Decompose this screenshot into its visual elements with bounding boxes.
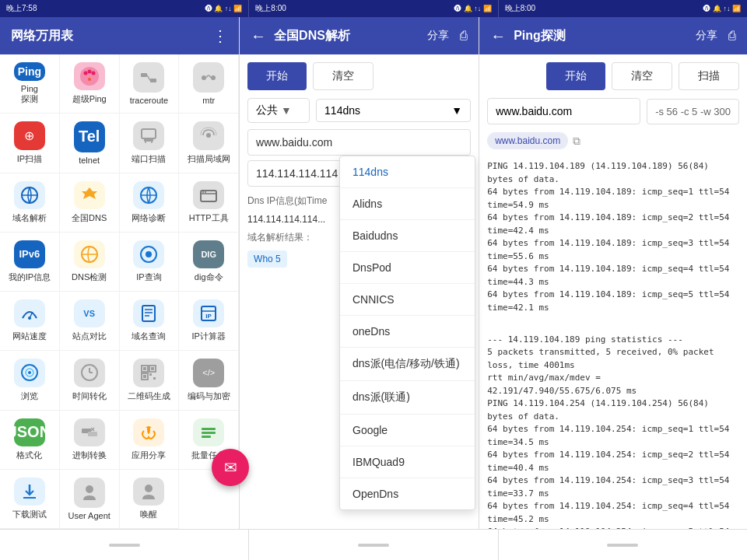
sidebar-item-json[interactable]: JSON 格式化 xyxy=(0,411,60,470)
sidebar-label-json: 格式化 xyxy=(16,450,42,461)
sidebar-item-encode[interactable]: </> 编码与加密 xyxy=(179,351,239,410)
dns-public-select[interactable]: 公共 ▼ xyxy=(247,98,310,123)
svg-point-21 xyxy=(202,191,204,193)
svg-rect-5 xyxy=(141,73,147,77)
sidebar-label-download: 下载测试 xyxy=(12,509,47,520)
sidebar-item-dnscheck[interactable]: DNS检测 xyxy=(60,233,120,292)
dropdown-item-onedns[interactable]: oneDns xyxy=(340,316,475,348)
middle-panel-title: 全国DNS解析 xyxy=(274,28,419,44)
sidebar-item-ipcalc[interactable]: IP IP计算器 xyxy=(179,292,239,351)
dropdown-item-dns-telecom[interactable]: dns派(电信/移动/铁通) xyxy=(340,348,475,381)
sidebar-label-dnscheck: DNS检测 xyxy=(72,271,107,283)
bottom-nav-1[interactable] xyxy=(0,530,249,560)
sidebar-item-domain[interactable]: 域名解析 xyxy=(0,173,60,233)
status-bar-2: 晚上8:00 🅐 🔔 ↑↓ 📶 xyxy=(249,0,498,17)
sidebar-item-appshare[interactable]: 应用分享 xyxy=(120,411,180,470)
sidebar-item-portscan[interactable]: 端口扫描 xyxy=(120,114,180,173)
sidebar-item-iplookup[interactable]: IP查询 xyxy=(120,233,180,292)
right-back-button[interactable]: ← xyxy=(490,27,506,45)
dropdown-item-cnnics[interactable]: CNNICS xyxy=(340,284,475,316)
sidebar-item-useragent[interactable]: User Agent xyxy=(60,470,120,529)
dropdown-item-alidns[interactable]: Alidns xyxy=(340,188,475,220)
right-url-display: www.baidu.com ⧉ xyxy=(479,129,747,154)
sidebar-item-browser[interactable]: 浏览 xyxy=(0,351,60,410)
svg-rect-45 xyxy=(151,367,154,370)
url-chip: www.baidu.com xyxy=(487,132,568,149)
sidebar-label-appshare: 应用分享 xyxy=(132,450,166,461)
middle-share-button[interactable]: ⎙ xyxy=(460,29,468,43)
middle-back-button[interactable]: ← xyxy=(251,27,266,45)
fab-email-icon: ✉ xyxy=(224,458,237,477)
sidebar-item-whois[interactable]: 域名查询 xyxy=(120,292,180,351)
bottom-nav-3[interactable] xyxy=(499,530,747,560)
sidebar-item-convert[interactable]: 进制转换 xyxy=(60,411,120,470)
url-copy-icon[interactable]: ⧉ xyxy=(573,135,580,148)
sidebar-item-vscheck[interactable]: VS 站点对比 xyxy=(60,292,120,351)
sidebar-item-voice[interactable]: 唤醒 xyxy=(120,470,180,529)
sidebar-label-http: HTTP工具 xyxy=(189,212,229,224)
svg-rect-54 xyxy=(202,428,216,430)
dropdown-item-baidudns[interactable]: Baidudns xyxy=(340,220,475,252)
ping-line-9: 64 bytes from 14.119.104.254: icmp_seq=2… xyxy=(487,449,739,474)
sidebar-label-qrcode: 二维码生成 xyxy=(128,390,170,402)
dnscheck-icon xyxy=(74,240,105,268)
sidebar-label-browser: 浏览 xyxy=(21,390,38,402)
icons-3: 🅐 🔔 ↑↓ 📶 xyxy=(703,5,741,12)
sidebar-item-dig[interactable]: DIG dig命令 xyxy=(179,233,239,292)
sidebar-label-iplookup: IP查询 xyxy=(136,271,161,283)
svg-rect-51 xyxy=(88,432,97,436)
dropdown-item-opendns[interactable]: OpenDns xyxy=(340,478,475,509)
sidebar-label-voice: 唤醒 xyxy=(140,509,157,520)
time-2: 晚上8:00 xyxy=(255,3,286,14)
sidebar-label-telnet: telnet xyxy=(79,156,100,165)
middle-clear-button[interactable]: 清空 xyxy=(313,62,374,90)
svg-point-22 xyxy=(205,191,206,193)
dropdown-item-google[interactable]: Google xyxy=(340,415,475,446)
sidebar-item-download[interactable]: 下载测试 xyxy=(0,470,60,529)
sidebar-item-traceroute[interactable]: traceroute xyxy=(120,54,180,114)
sidebar-menu-button[interactable]: ⋮ xyxy=(212,26,228,45)
sidebar-item-ping[interactable]: Ping Ping探测 xyxy=(0,54,60,114)
dropdown-item-dnspod[interactable]: DnsPod xyxy=(340,252,475,284)
sidebar-item-netdiag[interactable]: 网络诊断 xyxy=(120,173,180,233)
appshare-icon xyxy=(133,418,164,446)
fab-email-button[interactable]: ✉ xyxy=(212,449,249,486)
sidebar-item-telnet[interactable]: Tel telnet xyxy=(60,114,120,173)
sidebar-item-http[interactable]: HTTP工具 xyxy=(179,173,239,233)
svg-point-38 xyxy=(28,371,31,374)
svg-point-2 xyxy=(91,72,95,75)
sidebar-item-myip[interactable]: IPv6 我的IP信息 xyxy=(0,233,60,292)
ping-line-4: 64 bytes from 14.119.104.189: icmp_seq=3… xyxy=(487,237,739,263)
dns-host-input[interactable] xyxy=(247,129,471,156)
middle-start-button[interactable]: 开始 xyxy=(247,62,307,90)
sidebar-item-timecvt[interactable]: 时间转化 xyxy=(60,351,120,410)
dropdown-item-114dns[interactable]: 114dns xyxy=(340,156,475,188)
svg-rect-56 xyxy=(202,436,211,438)
sidebar-item-mtr[interactable]: mtr xyxy=(179,54,239,114)
right-share-button[interactable]: ⎙ xyxy=(728,29,736,43)
sidebar-label-ping: Ping探测 xyxy=(21,84,38,105)
right-clear-button[interactable]: 清空 xyxy=(612,62,672,90)
ping-icon: Ping xyxy=(14,62,45,81)
bottom-nav-bar-3 xyxy=(607,544,638,547)
bottom-nav-2[interactable] xyxy=(249,530,498,560)
sidebar-label-traceroute: traceroute xyxy=(130,96,169,105)
sidebar-grid: Ping Ping探测 超级Ping traceroute xyxy=(0,54,239,529)
sidebar-label-portscan: 端口扫描 xyxy=(132,153,166,165)
sidebar-item-qrcode[interactable]: 二维码生成 xyxy=(120,351,180,410)
sidebar-label-speed: 网站速度 xyxy=(12,331,47,342)
dropdown-item-dns-unicom[interactable]: dns派(联通) xyxy=(340,381,475,415)
sidebar-item-ipscan[interactable]: ⊕ IP扫描 xyxy=(0,114,60,173)
right-start-button[interactable]: 开始 xyxy=(546,62,605,90)
sidebar-item-speed[interactable]: 网站速度 xyxy=(0,292,60,351)
sidebar-item-scanlan[interactable]: 扫描局域网 xyxy=(179,114,239,173)
sidebar-item-alldns[interactable]: 全国DNS xyxy=(60,173,120,233)
sidebar-item-superping[interactable]: 超级Ping xyxy=(60,54,120,114)
svg-rect-6 xyxy=(150,79,156,82)
sidebar-header: 网络万用表 ⋮ xyxy=(0,17,239,54)
dns-server-select[interactable]: 114dns ▼ xyxy=(316,99,471,122)
scanlan-icon xyxy=(193,121,224,149)
right-host-input[interactable] xyxy=(487,98,640,124)
right-scan-button[interactable]: 扫描 xyxy=(679,62,739,90)
dropdown-item-ibmquad9[interactable]: IBMQuad9 xyxy=(340,446,475,478)
